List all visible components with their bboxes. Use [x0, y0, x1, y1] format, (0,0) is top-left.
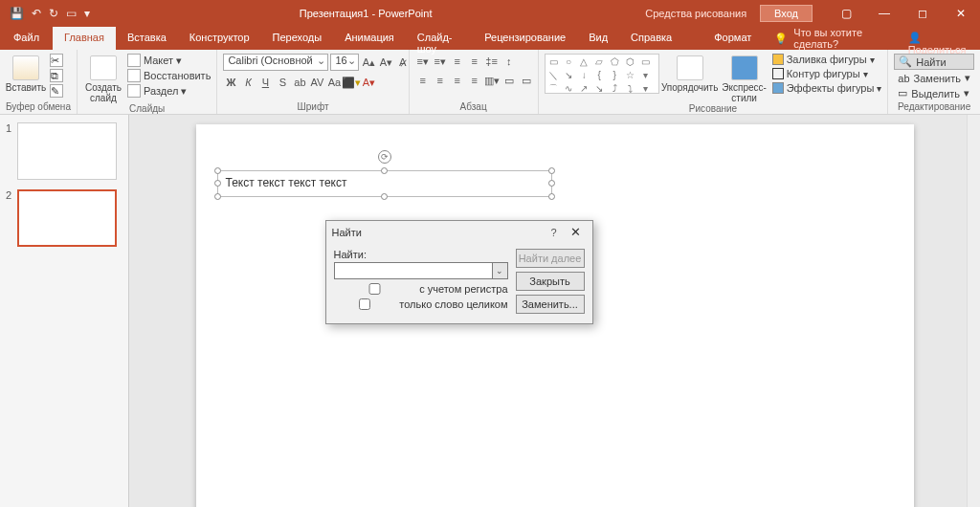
align-left-button[interactable]: ≡ [415, 73, 431, 88]
tab-insert[interactable]: Вставка [116, 27, 178, 50]
thumbnail-2[interactable]: 2 [6, 189, 122, 247]
columns-button[interactable]: ▥▾ [484, 73, 500, 88]
shadow-button[interactable]: ab [292, 75, 307, 90]
shape-fill-button[interactable]: Заливка фигуры ▾ [772, 54, 882, 65]
find-button[interactable]: 🔍Найти [894, 54, 974, 70]
font-color-button[interactable]: A▾ [361, 75, 376, 90]
tab-home[interactable]: Главная [53, 27, 116, 50]
new-slide-icon [90, 55, 117, 80]
minimize-icon[interactable]: — [865, 0, 903, 27]
resize-handle[interactable] [214, 180, 221, 187]
grow-font-button[interactable]: A▴ [361, 55, 376, 70]
new-slide-button[interactable]: Создать слайд [83, 54, 123, 103]
maximize-icon[interactable]: ◻ [903, 0, 942, 27]
case-button[interactable]: Aa [326, 75, 342, 90]
find-dialog: Найти ? ✕ Найти: ⌄ с учетом регистра тол… [325, 220, 593, 324]
find-history-dropdown[interactable]: ⌄ [493, 262, 508, 279]
rotate-handle[interactable]: ⟳ [378, 150, 391, 164]
tab-format[interactable]: Формат [702, 27, 763, 50]
close-icon[interactable]: ✕ [942, 0, 980, 27]
reset-button[interactable]: Восстановить [127, 69, 211, 82]
resize-handle[interactable] [548, 167, 555, 174]
bullets-button[interactable]: ≡▾ [415, 54, 431, 69]
close-button[interactable]: Закрыть [516, 272, 585, 291]
tab-transitions[interactable]: Переходы [261, 27, 334, 50]
help-icon[interactable]: ? [543, 227, 564, 238]
resize-handle[interactable] [548, 193, 555, 200]
resize-handle[interactable] [214, 193, 221, 200]
tell-me[interactable]: 💡Что вы хотите сделать? [763, 27, 896, 50]
vertical-scrollbar[interactable] [967, 115, 980, 507]
replace-button-dialog[interactable]: Заменить... [516, 295, 585, 314]
align-text-button[interactable]: ▭ [501, 73, 517, 88]
align-center-button[interactable]: ≡ [433, 73, 448, 88]
tab-animations[interactable]: Анимация [333, 27, 406, 50]
resize-handle[interactable] [381, 167, 388, 174]
italic-button[interactable]: К [240, 75, 256, 90]
match-case-checkbox[interactable]: с учетом регистра [334, 283, 508, 295]
dialog-title: Найти [332, 227, 362, 238]
slide-thumbnails: 1 2 [0, 115, 129, 507]
strike-button[interactable]: S [275, 75, 290, 90]
format-painter-button[interactable]: ✎ [50, 84, 63, 98]
login-button[interactable]: Вход [760, 5, 813, 22]
ribbon-tabs: Файл Главная Вставка Конструктор Переход… [0, 27, 980, 50]
layout-button[interactable]: Макет ▾ [127, 54, 211, 67]
indent-inc-button[interactable]: ≡ [467, 54, 482, 69]
spacing-button[interactable]: AV [309, 75, 324, 90]
align-right-button[interactable]: ≡ [450, 73, 465, 88]
numbering-button[interactable]: ≡▾ [433, 54, 448, 69]
highlight-button[interactable]: ⬛▾ [344, 75, 359, 90]
tab-file[interactable]: Файл [0, 27, 53, 50]
text-content[interactable]: Текст текст текст текст [218, 171, 551, 194]
share-button[interactable]: 👤 Поделиться [897, 27, 980, 50]
resize-handle[interactable] [214, 167, 221, 174]
font-size-select[interactable]: 16 [330, 54, 359, 71]
tab-view[interactable]: Вид [577, 27, 619, 50]
resize-handle[interactable] [381, 193, 388, 200]
quick-styles-button[interactable]: Экспресс- стили [721, 54, 768, 103]
group-slides: Создать слайд Макет ▾ Восстановить Разде… [78, 50, 217, 114]
section-button[interactable]: Раздел ▾ [127, 84, 211, 98]
dialog-close-icon[interactable]: ✕ [565, 225, 587, 239]
shrink-font-button[interactable]: A▾ [378, 55, 393, 70]
shapes-gallery[interactable]: ▭○△▱⬠⬡▭ ＼↘↓{}☆▾ ⌒∿↗↘⤴⤵▾ [545, 54, 659, 94]
text-box[interactable]: ⟳ Текст текст текст текст [217, 170, 552, 197]
group-font: Calibri (Основной 16 A▴ A▾ A̷ Ж К Ч S ab… [217, 50, 409, 114]
find-next-button[interactable]: Найти далее [516, 249, 585, 268]
select-button[interactable]: ▭Выделить ▾ [894, 86, 974, 100]
start-icon[interactable]: ▭ [66, 7, 77, 20]
tab-slideshow[interactable]: Слайд-шоу [406, 27, 473, 50]
find-input[interactable] [334, 262, 493, 279]
arrange-button[interactable]: Упорядочить [663, 54, 717, 93]
cut-button[interactable]: ✂ [50, 54, 63, 67]
bold-button[interactable]: Ж [223, 75, 238, 90]
paste-button[interactable]: Вставить [6, 54, 46, 93]
tab-help[interactable]: Справка [619, 27, 683, 50]
smartart-button[interactable]: ▭ [519, 73, 534, 88]
whole-word-checkbox[interactable]: только слово целиком [334, 298, 508, 310]
window-title: Презентация1 - PowerPoint [100, 8, 632, 19]
text-direction-button[interactable]: ↕ [501, 54, 517, 69]
thumbnail-1[interactable]: 1 [6, 122, 122, 180]
tab-review[interactable]: Рецензирование [473, 27, 577, 50]
copy-button[interactable]: ⧉ [50, 69, 63, 82]
section-icon [127, 84, 141, 98]
ribbon-options-icon[interactable]: ▢ [827, 0, 865, 27]
line-spacing-button[interactable]: ‡≡ [484, 54, 500, 69]
shape-effects-button[interactable]: Эффекты фигуры ▾ [772, 82, 882, 94]
font-family-select[interactable]: Calibri (Основной [223, 54, 328, 71]
indent-dec-button[interactable]: ≡ [450, 54, 465, 69]
underline-button[interactable]: Ч [257, 75, 273, 90]
tab-design[interactable]: Конструктор [178, 27, 261, 50]
resize-handle[interactable] [548, 180, 555, 187]
slide[interactable]: ⟳ Текст текст текст текст Найти ? ✕ [196, 124, 914, 507]
shape-outline-button[interactable]: Контур фигуры ▾ [772, 68, 882, 79]
group-drawing: ▭○△▱⬠⬡▭ ＼↘↓{}☆▾ ⌒∿↗↘⤴⤵▾ Упорядочить Эксп… [539, 50, 889, 114]
save-icon[interactable]: 💾 [10, 7, 24, 20]
undo-icon[interactable]: ↶ [32, 7, 41, 20]
redo-icon[interactable]: ↻ [49, 7, 58, 20]
justify-button[interactable]: ≡ [467, 73, 482, 88]
qat-more-icon[interactable]: ▾ [84, 7, 90, 20]
replace-button[interactable]: abЗаменить ▾ [894, 71, 974, 85]
